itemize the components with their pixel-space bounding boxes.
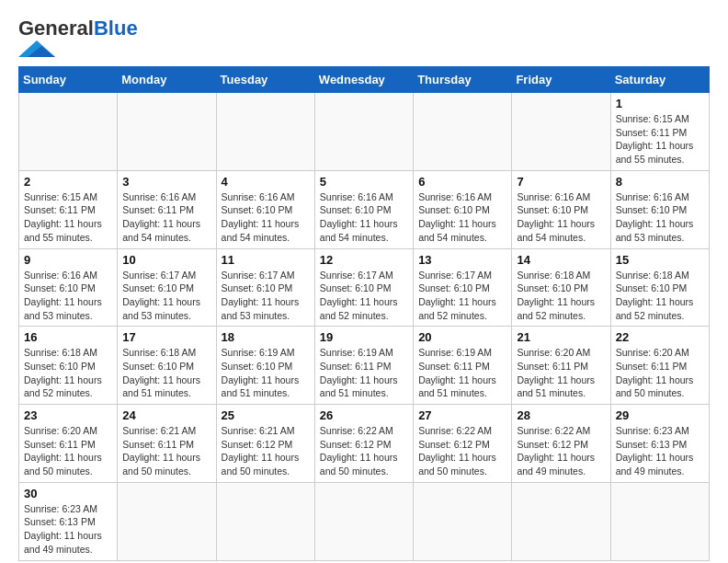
- calendar-cell: 28Sunrise: 6:22 AMSunset: 6:12 PMDayligh…: [512, 405, 610, 483]
- calendar-cell: 29Sunrise: 6:23 AMSunset: 6:13 PMDayligh…: [610, 405, 709, 483]
- day-number: 13: [418, 253, 506, 267]
- day-number: 22: [616, 330, 704, 344]
- calendar-cell: 26Sunrise: 6:22 AMSunset: 6:12 PMDayligh…: [314, 405, 413, 483]
- calendar-cell: 9Sunrise: 6:16 AMSunset: 6:10 PMDaylight…: [19, 248, 118, 327]
- weekday-saturday: Saturday: [610, 67, 709, 93]
- weekday-thursday: Thursday: [414, 67, 512, 93]
- weekday-friday: Friday: [512, 67, 610, 93]
- day-number: 12: [320, 253, 408, 267]
- day-number: 7: [517, 175, 605, 189]
- calendar-cell: [19, 93, 118, 171]
- calendar-cell: 10Sunrise: 6:17 AMSunset: 6:10 PMDayligh…: [118, 248, 216, 327]
- calendar-cell: 20Sunrise: 6:19 AMSunset: 6:11 PMDayligh…: [414, 327, 512, 405]
- calendar-cell: [314, 93, 413, 171]
- day-number: 5: [320, 175, 408, 189]
- calendar-cell: [414, 93, 512, 171]
- day-number: 8: [616, 175, 704, 189]
- day-info: Sunrise: 6:18 AMSunset: 6:10 PMDaylight:…: [122, 346, 210, 400]
- day-info: Sunrise: 6:18 AMSunset: 6:10 PMDaylight:…: [517, 269, 605, 323]
- day-number: 26: [320, 408, 408, 422]
- day-number: 21: [517, 330, 605, 344]
- calendar-cell: [118, 93, 216, 171]
- calendar-cell: 22Sunrise: 6:20 AMSunset: 6:11 PMDayligh…: [610, 327, 709, 405]
- day-number: 6: [418, 175, 506, 189]
- calendar-cell: 8Sunrise: 6:16 AMSunset: 6:10 PMDaylight…: [610, 170, 709, 248]
- day-info: Sunrise: 6:22 AMSunset: 6:12 PMDaylight:…: [517, 424, 605, 478]
- calendar-cell: 18Sunrise: 6:19 AMSunset: 6:10 PMDayligh…: [216, 327, 314, 405]
- day-info: Sunrise: 6:20 AMSunset: 6:11 PMDaylight:…: [517, 346, 605, 400]
- day-number: 28: [517, 408, 605, 422]
- day-number: 20: [418, 330, 506, 344]
- weekday-sunday: Sunday: [19, 67, 118, 93]
- calendar-cell: [216, 482, 314, 560]
- logo-general: General: [18, 17, 94, 40]
- calendar-cell: 17Sunrise: 6:18 AMSunset: 6:10 PMDayligh…: [118, 327, 216, 405]
- calendar-cell: 23Sunrise: 6:20 AMSunset: 6:11 PMDayligh…: [19, 405, 118, 483]
- logo-text: GeneralBlue: [18, 18, 138, 39]
- day-number: 23: [24, 408, 112, 422]
- day-info: Sunrise: 6:23 AMSunset: 6:13 PMDaylight:…: [24, 502, 112, 557]
- calendar-body: 1Sunrise: 6:15 AMSunset: 6:11 PMDaylight…: [19, 93, 710, 561]
- calendar-week-4: 16Sunrise: 6:18 AMSunset: 6:10 PMDayligh…: [19, 327, 710, 405]
- calendar-cell: 2Sunrise: 6:15 AMSunset: 6:11 PMDaylight…: [19, 170, 118, 248]
- calendar-cell: 25Sunrise: 6:21 AMSunset: 6:12 PMDayligh…: [216, 405, 314, 483]
- day-number: 4: [222, 175, 310, 189]
- day-info: Sunrise: 6:15 AMSunset: 6:11 PMDaylight:…: [616, 112, 704, 167]
- day-info: Sunrise: 6:16 AMSunset: 6:10 PMDaylight:…: [222, 190, 310, 245]
- day-info: Sunrise: 6:20 AMSunset: 6:11 PMDaylight:…: [24, 424, 112, 478]
- day-number: 15: [616, 253, 704, 267]
- day-info: Sunrise: 6:19 AMSunset: 6:11 PMDaylight:…: [320, 346, 408, 400]
- calendar-cell: 11Sunrise: 6:17 AMSunset: 6:10 PMDayligh…: [216, 248, 314, 327]
- calendar-cell: [512, 93, 610, 171]
- calendar-cell: 16Sunrise: 6:18 AMSunset: 6:10 PMDayligh…: [19, 327, 118, 405]
- day-number: 3: [122, 175, 210, 189]
- day-info: Sunrise: 6:21 AMSunset: 6:11 PMDaylight:…: [122, 424, 210, 478]
- logo-blue: Blue: [94, 17, 138, 40]
- calendar-cell: 3Sunrise: 6:16 AMSunset: 6:11 PMDaylight…: [118, 170, 216, 248]
- logo-icon: [18, 40, 55, 57]
- calendar-week-6: 30Sunrise: 6:23 AMSunset: 6:13 PMDayligh…: [19, 482, 710, 560]
- day-number: 10: [122, 253, 210, 267]
- weekday-tuesday: Tuesday: [216, 67, 314, 93]
- calendar-cell: 21Sunrise: 6:20 AMSunset: 6:11 PMDayligh…: [512, 327, 610, 405]
- calendar-cell: [610, 482, 709, 560]
- day-number: 11: [222, 253, 310, 267]
- calendar-cell: [118, 482, 216, 560]
- day-info: Sunrise: 6:17 AMSunset: 6:10 PMDaylight:…: [222, 269, 310, 323]
- day-info: Sunrise: 6:16 AMSunset: 6:10 PMDaylight:…: [616, 190, 704, 245]
- day-info: Sunrise: 6:21 AMSunset: 6:12 PMDaylight:…: [222, 424, 310, 478]
- calendar-table: SundayMondayTuesdayWednesdayThursdayFrid…: [18, 66, 710, 561]
- weekday-monday: Monday: [118, 67, 216, 93]
- day-number: 16: [24, 330, 112, 344]
- day-info: Sunrise: 6:16 AMSunset: 6:10 PMDaylight:…: [24, 269, 112, 323]
- day-number: 1: [616, 97, 704, 110]
- calendar-cell: 13Sunrise: 6:17 AMSunset: 6:10 PMDayligh…: [414, 248, 512, 327]
- day-info: Sunrise: 6:16 AMSunset: 6:10 PMDaylight:…: [418, 190, 506, 245]
- weekday-header-row: SundayMondayTuesdayWednesdayThursdayFrid…: [19, 67, 710, 93]
- day-number: 30: [24, 487, 112, 500]
- calendar-cell: 14Sunrise: 6:18 AMSunset: 6:10 PMDayligh…: [512, 248, 610, 327]
- calendar-cell: 19Sunrise: 6:19 AMSunset: 6:11 PMDayligh…: [314, 327, 413, 405]
- day-info: Sunrise: 6:23 AMSunset: 6:13 PMDaylight:…: [616, 424, 704, 478]
- day-number: 14: [517, 253, 605, 267]
- day-number: 29: [616, 408, 704, 422]
- day-number: 19: [320, 330, 408, 344]
- calendar-cell: 1Sunrise: 6:15 AMSunset: 6:11 PMDaylight…: [610, 93, 709, 171]
- day-info: Sunrise: 6:17 AMSunset: 6:10 PMDaylight:…: [122, 269, 210, 323]
- day-number: 24: [122, 408, 210, 422]
- day-info: Sunrise: 6:19 AMSunset: 6:10 PMDaylight:…: [222, 346, 310, 400]
- day-info: Sunrise: 6:15 AMSunset: 6:11 PMDaylight:…: [24, 190, 112, 245]
- calendar-cell: 6Sunrise: 6:16 AMSunset: 6:10 PMDaylight…: [414, 170, 512, 248]
- calendar-week-5: 23Sunrise: 6:20 AMSunset: 6:11 PMDayligh…: [19, 405, 710, 483]
- calendar-cell: 12Sunrise: 6:17 AMSunset: 6:10 PMDayligh…: [314, 248, 413, 327]
- day-info: Sunrise: 6:20 AMSunset: 6:11 PMDaylight:…: [616, 346, 704, 400]
- calendar-week-1: 1Sunrise: 6:15 AMSunset: 6:11 PMDaylight…: [19, 93, 710, 171]
- day-info: Sunrise: 6:19 AMSunset: 6:11 PMDaylight:…: [418, 346, 506, 400]
- day-number: 27: [418, 408, 506, 422]
- day-number: 25: [222, 408, 310, 422]
- day-info: Sunrise: 6:17 AMSunset: 6:10 PMDaylight:…: [320, 269, 408, 323]
- day-number: 9: [24, 253, 112, 267]
- calendar-cell: [414, 482, 512, 560]
- day-info: Sunrise: 6:18 AMSunset: 6:10 PMDaylight:…: [616, 269, 704, 323]
- calendar-week-2: 2Sunrise: 6:15 AMSunset: 6:11 PMDaylight…: [19, 170, 710, 248]
